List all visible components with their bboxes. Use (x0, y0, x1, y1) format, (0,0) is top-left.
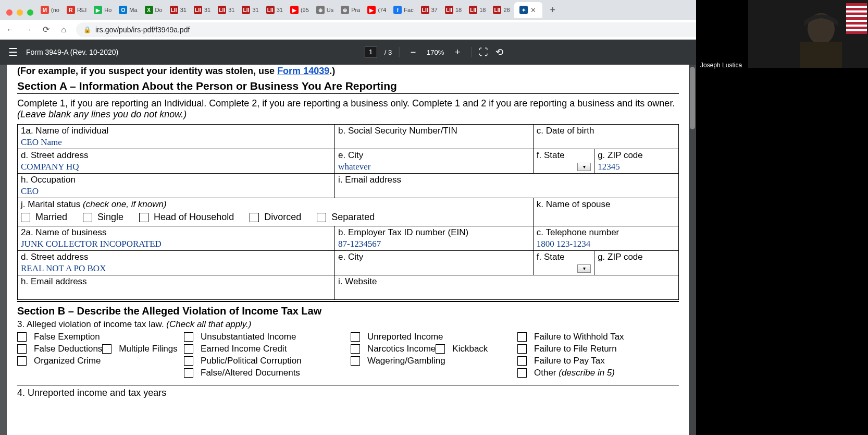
window-maximize[interactable] (27, 9, 33, 16)
marital-option[interactable]: Head of Household (139, 212, 234, 223)
checkbox-icon[interactable] (517, 332, 527, 342)
window-minimize[interactable] (17, 9, 23, 16)
tab[interactable]: LII31 (167, 2, 190, 18)
participant-video[interactable] (748, 0, 868, 68)
violation-option[interactable]: Failure to Pay Tax (517, 356, 605, 366)
violation-option[interactable]: Public/Political Corruption (184, 356, 302, 366)
window-close[interactable] (6, 9, 13, 16)
tab-close-icon[interactable]: ✕ (530, 6, 537, 14)
field-name-individual[interactable]: CEO Name (21, 137, 331, 148)
checkbox-icon[interactable] (17, 356, 27, 366)
field-email-2[interactable] (21, 288, 331, 298)
tab[interactable]: ⊕Pra (338, 2, 363, 18)
tab[interactable]: ▶(95 (287, 2, 312, 18)
marital-option[interactable]: Single (83, 212, 123, 223)
pdf-viewport[interactable]: (For example, if you suspect your identi… (0, 65, 696, 435)
tab[interactable]: LII31 (191, 2, 214, 18)
field-street-1[interactable]: COMPANY HQ (21, 162, 331, 172)
field-ein[interactable]: 87-1234567 (338, 239, 530, 249)
violation-option[interactable]: Earned Income Credit (184, 344, 287, 354)
zoom-out-button[interactable]: − (407, 46, 419, 58)
checkbox-icon[interactable] (436, 344, 445, 354)
violation-option[interactable]: False Exemption (17, 332, 100, 342)
checkbox-icon[interactable] (184, 356, 193, 366)
checkbox-icon[interactable] (184, 344, 193, 354)
tab[interactable]: LII18 (466, 2, 489, 18)
state-dropdown-1[interactable]: ▾ (577, 163, 591, 171)
field-spouse[interactable] (537, 211, 675, 221)
field-zip-2[interactable] (598, 263, 675, 274)
checkbox-icon[interactable] (139, 213, 148, 222)
checkbox-icon[interactable] (21, 213, 30, 222)
violation-option[interactable]: False/Altered Documents (184, 368, 300, 378)
field-city-2[interactable] (338, 263, 530, 274)
field-city-1[interactable]: whatever (338, 162, 530, 172)
field-dob[interactable] (537, 137, 675, 148)
tab-active[interactable]: ✦ ✕ (514, 2, 542, 18)
forward-button[interactable]: → (23, 25, 33, 34)
violation-option[interactable]: Narcotics Income (351, 344, 436, 354)
tab[interactable]: LII31 (263, 2, 286, 18)
field-zip-1[interactable]: 12345 (598, 162, 675, 172)
reload-button[interactable]: ⟳ (41, 25, 51, 34)
address-bar[interactable]: 🔒 irs.gov/pub/irs-pdf/f3949a.pdf (76, 22, 713, 37)
scrollbar-thumb[interactable] (690, 67, 695, 129)
checkbox-icon[interactable] (17, 332, 27, 342)
checkbox-icon[interactable] (83, 213, 92, 222)
rotate-icon[interactable]: ⟲ (495, 46, 503, 58)
marital-option[interactable]: Married (21, 212, 67, 223)
checkbox-icon[interactable] (250, 213, 259, 222)
fit-page-icon[interactable]: ⛶ (479, 47, 488, 58)
tab[interactable]: OMa (116, 2, 140, 18)
violation-option[interactable]: False Deductions (17, 344, 102, 354)
checkbox-icon[interactable] (317, 213, 326, 222)
back-button[interactable]: ← (5, 25, 16, 34)
tab[interactable]: LII37 (418, 2, 441, 18)
state-dropdown-2[interactable]: ▾ (577, 264, 591, 273)
tab[interactable]: LII18 (442, 2, 465, 18)
field-business-name[interactable]: JUNK COLLECTOR INCOPORATED (21, 239, 331, 249)
field-ssn[interactable] (338, 137, 530, 148)
tab[interactable]: LII28 (490, 2, 513, 18)
checkbox-icon[interactable] (102, 344, 111, 354)
hamburger-icon[interactable]: ☰ (8, 46, 18, 58)
field-street-2[interactable]: REAL NOT A PO BOX (21, 263, 331, 274)
checkbox-icon[interactable] (17, 344, 27, 354)
tab[interactable]: LII31 (239, 2, 262, 18)
checkbox-icon[interactable] (351, 332, 360, 342)
tab[interactable]: ▶Ho (91, 2, 115, 18)
field-occupation[interactable]: CEO (21, 186, 331, 197)
marital-option[interactable]: Separated (317, 212, 375, 223)
tab[interactable]: M(no (38, 2, 63, 18)
zoom-in-button[interactable]: + (451, 46, 464, 58)
checkbox-icon[interactable] (184, 332, 193, 342)
field-email-1[interactable] (338, 186, 675, 197)
tab[interactable]: LII31 (215, 2, 238, 18)
violation-option[interactable]: Unsubstantiated Income (184, 332, 296, 342)
checkbox-icon[interactable] (184, 368, 193, 378)
tab[interactable]: ▶(74 (364, 2, 389, 18)
violation-option[interactable]: Unreported Income (351, 332, 443, 342)
tab[interactable]: XDo (142, 2, 166, 18)
checkbox-icon[interactable] (517, 344, 527, 354)
form-14039-link[interactable]: Form 14039 (277, 66, 329, 76)
field-phone[interactable]: 1800 123-1234 (537, 239, 675, 249)
violation-option[interactable]: Wagering/Gambling (351, 356, 445, 366)
violation-option[interactable]: Multiple Filings (102, 344, 177, 354)
checkbox-icon[interactable] (351, 344, 360, 354)
checkbox-icon[interactable] (517, 368, 527, 378)
violation-option[interactable]: Organized Crime (17, 356, 101, 366)
new-tab-button[interactable]: + (545, 3, 560, 17)
tab[interactable]: RREI (64, 2, 90, 18)
scrollbar-track[interactable] (689, 65, 696, 435)
violation-other[interactable]: Other (describe in 5) (517, 368, 615, 378)
violation-option[interactable]: Failure to File Return (517, 344, 617, 354)
marital-option[interactable]: Divorced (250, 212, 301, 223)
field-website[interactable] (338, 288, 675, 298)
checkbox-icon[interactable] (351, 356, 360, 366)
violation-option[interactable]: Failure to Withhold Tax (517, 332, 624, 342)
tab[interactable]: ⊕Us (313, 2, 337, 18)
tab[interactable]: fFac (390, 2, 416, 18)
page-current-input[interactable]: 1 (365, 46, 377, 58)
violation-option[interactable]: Kickback (436, 344, 488, 354)
